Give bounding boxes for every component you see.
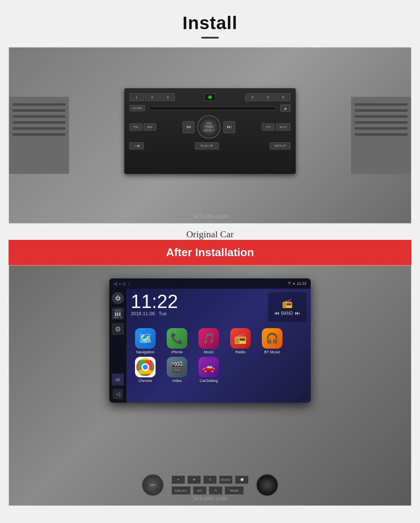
- day-text: Tue: [159, 311, 167, 316]
- music-app-icon[interactable]: 🎵: [198, 328, 219, 349]
- hvac-rear-btn[interactable]: REAR: [225, 486, 244, 495]
- scan-button[interactable]: SCAN: [129, 105, 145, 111]
- page-container: Install: [0, 0, 420, 523]
- original-radio-unit: 1 2 3 4 5 6: [124, 88, 296, 174]
- radio-app-icon[interactable]: 📻: [230, 328, 251, 349]
- aux-button[interactable]: AUX: [276, 123, 291, 131]
- video-icon-glyph: 🎬: [171, 361, 183, 373]
- sidebar-extra-btn[interactable]: 88: [112, 374, 124, 386]
- power-icon: ⏻: [115, 295, 120, 302]
- navigation-icon-glyph: 🗺️: [139, 332, 152, 344]
- android-content-area: 11:22 2018-11-06 Tue 📻: [126, 289, 311, 403]
- nav-back-icon[interactable]: ◁: [114, 281, 117, 286]
- app-navigation-container: 🗺️ Navigation: [131, 328, 160, 354]
- vent-line: [354, 109, 408, 112]
- hvac-fan-btn[interactable]: ≋: [171, 475, 185, 484]
- chrome-icon-outer-ring: [136, 358, 154, 376]
- am-button[interactable]: AM: [144, 123, 156, 131]
- hvac-mode-btn[interactable]: ⇄: [187, 475, 201, 484]
- original-car-section: 1 2 3 4 5 6: [9, 47, 411, 240]
- phone-icon-glyph: 📞: [171, 332, 183, 344]
- video-app-icon[interactable]: 🎬: [167, 357, 187, 377]
- after-installation-image: ◁ ○ □ ⋮ 📍 ▾ 11:22: [9, 265, 411, 506]
- hvac-recir-btn[interactable]: ⟲: [209, 486, 222, 495]
- cd-button[interactable]: CD: [262, 123, 275, 131]
- btmusic-app-icon[interactable]: 🎧: [262, 328, 282, 349]
- clock-date-display: 2018-11-06 Tue: [131, 311, 264, 316]
- hvac-row-2: MAX A/C A/C ⟲ REAR: [171, 486, 249, 495]
- carsetting-app-icon[interactable]: 🚗: [198, 357, 219, 377]
- vent-line: [12, 127, 66, 130]
- left-air-vent: [9, 97, 69, 174]
- volume-knob[interactable]: VOLPUSHSELECT: [197, 115, 221, 139]
- radio-power-button[interactable]: [204, 93, 216, 101]
- original-car-image: 1 2 3 4 5 6: [9, 47, 411, 224]
- hvac-ac-btn[interactable]: A/C: [193, 486, 207, 495]
- btmusic-icon-glyph: 🎧: [266, 332, 279, 344]
- hvac-left-knob[interactable]: OFF: [141, 473, 165, 497]
- sidebar-settings-icon[interactable]: ⚙: [112, 323, 124, 335]
- menu-icon[interactable]: ⋮: [127, 281, 132, 286]
- sidebar-back-btn[interactable]: ◁: [113, 389, 123, 399]
- navigation-app-icon[interactable]: 🗺️: [135, 328, 156, 349]
- phone-app-icon[interactable]: 📞: [167, 328, 187, 349]
- fm-button[interactable]: FM: [129, 123, 142, 131]
- preset-btn-3[interactable]: 3: [160, 93, 175, 101]
- radio-preset-row: 1 2 3 4 5 6: [129, 93, 291, 101]
- radio-playback-controls: ⏮ BAND ⏭: [274, 310, 300, 317]
- radio-icon-glyph: 📻: [234, 332, 247, 344]
- preset-buttons: 1 2 3: [129, 93, 175, 101]
- hvac-front-btn[interactable]: FRONT: [219, 475, 233, 484]
- off-label: OFF: [150, 483, 156, 487]
- cd-slot: [149, 107, 276, 110]
- vent-line: [12, 103, 66, 106]
- previous-track-button[interactable]: ⏮: [183, 121, 195, 133]
- preset-btn-1[interactable]: 1: [129, 93, 144, 101]
- status-bar-left: ◁ ○ □ ⋮: [114, 281, 132, 286]
- carsetting-app-label: CarSetting: [200, 379, 218, 383]
- chrome-app-label: Chrome: [138, 379, 152, 383]
- radio-prev-btn[interactable]: ⏮: [274, 310, 279, 317]
- original-car-panel: 1 2 3 4 5 6: [9, 48, 411, 223]
- hvac-right-knob[interactable]: [255, 473, 279, 497]
- clock-time-display: 11:22: [131, 292, 264, 311]
- eject-button[interactable]: ▲: [280, 105, 291, 112]
- app-grid: 🗺️ Navigation 📞 Phone: [126, 326, 311, 386]
- radio-next-btn[interactable]: ⏭: [295, 310, 300, 317]
- android-main-content: ⏻ WiFi ▋▋▋ SRD_SJ ⚙ 88 ◁: [109, 289, 311, 403]
- preset-btn-6[interactable]: 6: [276, 93, 291, 101]
- wifi-signal-bars: ▋▋▋: [114, 313, 122, 316]
- nav-home-icon[interactable]: ○: [119, 281, 121, 286]
- play-button[interactable]: PLAY/▼: [195, 142, 219, 149]
- next-track-button[interactable]: ⏭: [223, 121, 235, 133]
- app-video-container: 🎬 Video: [162, 357, 192, 383]
- wifi-ssid-sidebar: SRD_SJ: [114, 316, 122, 319]
- hvac-button-panel: ≋ ⇄ ⌇⌇ FRONT 💨 MAX A/C A/C ⟲ REAR: [171, 475, 249, 495]
- vent-line: [354, 127, 408, 130]
- wifi-icon-status: ▾: [293, 282, 295, 286]
- power-indicator-led: [208, 96, 212, 99]
- status-bar-right: 📍 ▾ 11:22: [287, 281, 306, 286]
- setup-button[interactable]: SETUP: [270, 142, 291, 149]
- vent-line: [354, 115, 408, 118]
- sidebar-power-btn[interactable]: ⏻: [112, 292, 124, 304]
- vent-lines-right: [351, 97, 411, 142]
- vent-line: [12, 115, 66, 118]
- chrome-app-icon[interactable]: [135, 357, 156, 377]
- hvac-wind-btn[interactable]: 💨: [235, 475, 249, 484]
- radio-bottom-controls: ♪/◀ PLAY/▼ SETUP: [129, 142, 291, 149]
- right-air-vent: [351, 97, 411, 174]
- music-button[interactable]: ♪/◀: [129, 142, 144, 149]
- carsetting-icon-glyph: 🚗: [202, 361, 215, 373]
- hvac-max-ac-btn[interactable]: MAX A/C: [171, 486, 191, 495]
- radio-widget: 📻 ⏮ BAND ⏭: [268, 292, 306, 322]
- preset-btn-5[interactable]: 5: [261, 93, 275, 101]
- hvac-defrost-btn[interactable]: ⌇⌇: [203, 475, 217, 484]
- android-status-bar: ◁ ○ □ ⋮ 📍 ▾ 11:22: [109, 278, 311, 289]
- nav-recent-icon[interactable]: □: [123, 281, 126, 286]
- app-carsetting-container: 🚗 CarSetting: [194, 357, 223, 383]
- preset-btn-2[interactable]: 2: [145, 93, 159, 101]
- vent-line: [12, 121, 66, 124]
- music-app-label: Music: [204, 350, 214, 354]
- preset-btn-4[interactable]: 4: [245, 93, 260, 101]
